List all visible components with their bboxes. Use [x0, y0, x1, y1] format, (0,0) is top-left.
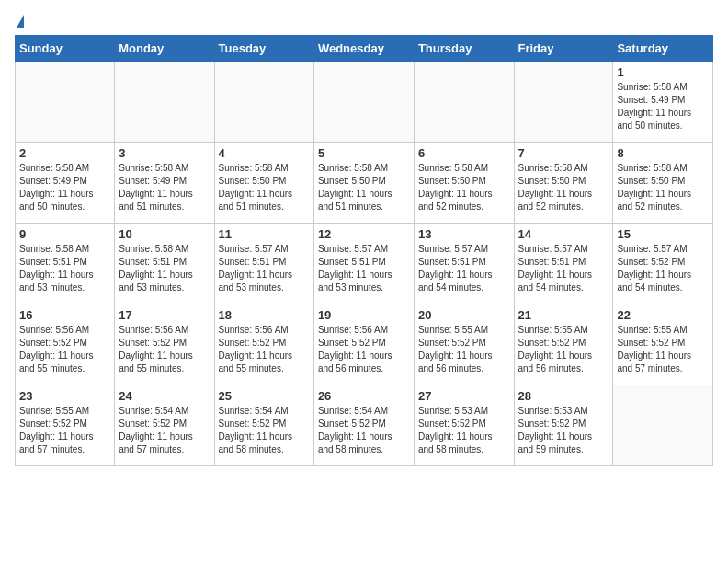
- calendar-cell: 24Sunrise: 5:54 AM Sunset: 5:52 PM Dayli…: [115, 385, 214, 466]
- calendar-cell: 13Sunrise: 5:57 AM Sunset: 5:51 PM Dayli…: [414, 224, 514, 304]
- col-header-wednesday: Wednesday: [313, 36, 414, 62]
- day-number: 4: [219, 146, 310, 160]
- day-info: Sunrise: 5:55 AM Sunset: 5:52 PM Dayligh…: [518, 324, 609, 375]
- calendar-cell: 6Sunrise: 5:58 AM Sunset: 5:50 PM Daylig…: [414, 143, 514, 224]
- calendar-cell: 8Sunrise: 5:58 AM Sunset: 5:50 PM Daylig…: [613, 143, 713, 224]
- week-row-3: 16Sunrise: 5:56 AM Sunset: 5:52 PM Dayli…: [16, 304, 713, 385]
- day-info: Sunrise: 5:58 AM Sunset: 5:51 PM Dayligh…: [119, 243, 210, 294]
- calendar-cell: [613, 385, 713, 466]
- day-number: 15: [617, 227, 709, 241]
- day-number: 25: [219, 389, 310, 403]
- day-number: 14: [518, 227, 609, 241]
- week-row-2: 9Sunrise: 5:58 AM Sunset: 5:51 PM Daylig…: [16, 224, 713, 304]
- day-number: 1: [617, 65, 709, 79]
- day-info: Sunrise: 5:57 AM Sunset: 5:51 PM Dayligh…: [318, 243, 410, 294]
- week-row-1: 2Sunrise: 5:58 AM Sunset: 5:49 PM Daylig…: [16, 143, 713, 224]
- calendar-cell: 26Sunrise: 5:54 AM Sunset: 5:52 PM Dayli…: [313, 385, 414, 466]
- calendar-cell: 2Sunrise: 5:58 AM Sunset: 5:49 PM Daylig…: [16, 143, 115, 224]
- day-number: 7: [518, 146, 609, 160]
- day-info: Sunrise: 5:58 AM Sunset: 5:50 PM Dayligh…: [617, 162, 709, 213]
- day-number: 8: [617, 146, 709, 160]
- calendar-header-row: SundayMondayTuesdayWednesdayThursdayFrid…: [16, 36, 713, 62]
- calendar-cell: [16, 62, 115, 143]
- calendar-cell: 7Sunrise: 5:58 AM Sunset: 5:50 PM Daylig…: [514, 143, 613, 224]
- header: [15, 15, 713, 28]
- day-number: 10: [119, 227, 210, 241]
- day-info: Sunrise: 5:54 AM Sunset: 5:52 PM Dayligh…: [318, 405, 410, 456]
- calendar-cell: 21Sunrise: 5:55 AM Sunset: 5:52 PM Dayli…: [514, 304, 613, 385]
- day-number: 21: [518, 308, 609, 322]
- calendar-cell: 27Sunrise: 5:53 AM Sunset: 5:52 PM Dayli…: [414, 385, 514, 466]
- calendar-cell: 5Sunrise: 5:58 AM Sunset: 5:50 PM Daylig…: [313, 143, 414, 224]
- calendar-cell: [214, 62, 313, 143]
- day-number: 16: [19, 308, 110, 322]
- logo-triangle-icon: [17, 15, 24, 28]
- calendar-cell: 16Sunrise: 5:56 AM Sunset: 5:52 PM Dayli…: [16, 304, 115, 385]
- day-number: 28: [518, 389, 609, 403]
- col-header-sunday: Sunday: [16, 36, 115, 62]
- day-info: Sunrise: 5:55 AM Sunset: 5:52 PM Dayligh…: [617, 324, 709, 375]
- day-number: 2: [19, 146, 110, 160]
- day-info: Sunrise: 5:56 AM Sunset: 5:52 PM Dayligh…: [119, 324, 210, 375]
- calendar-cell: [414, 62, 514, 143]
- calendar: SundayMondayTuesdayWednesdayThursdayFrid…: [15, 35, 713, 466]
- calendar-cell: [115, 62, 214, 143]
- calendar-cell: 23Sunrise: 5:55 AM Sunset: 5:52 PM Dayli…: [16, 385, 115, 466]
- calendar-cell: 20Sunrise: 5:55 AM Sunset: 5:52 PM Dayli…: [414, 304, 514, 385]
- calendar-cell: 17Sunrise: 5:56 AM Sunset: 5:52 PM Dayli…: [115, 304, 214, 385]
- day-number: 9: [19, 227, 110, 241]
- day-info: Sunrise: 5:53 AM Sunset: 5:52 PM Dayligh…: [418, 405, 510, 456]
- day-number: 18: [219, 308, 310, 322]
- day-number: 13: [418, 227, 510, 241]
- day-info: Sunrise: 5:57 AM Sunset: 5:51 PM Dayligh…: [219, 243, 310, 294]
- day-info: Sunrise: 5:58 AM Sunset: 5:50 PM Dayligh…: [418, 162, 510, 213]
- day-info: Sunrise: 5:57 AM Sunset: 5:51 PM Dayligh…: [518, 243, 609, 294]
- day-info: Sunrise: 5:58 AM Sunset: 5:50 PM Dayligh…: [318, 162, 410, 213]
- day-info: Sunrise: 5:57 AM Sunset: 5:52 PM Dayligh…: [617, 243, 709, 294]
- day-info: Sunrise: 5:58 AM Sunset: 5:50 PM Dayligh…: [219, 162, 310, 213]
- calendar-cell: 28Sunrise: 5:53 AM Sunset: 5:52 PM Dayli…: [514, 385, 613, 466]
- day-info: Sunrise: 5:55 AM Sunset: 5:52 PM Dayligh…: [418, 324, 510, 375]
- col-header-saturday: Saturday: [613, 36, 713, 62]
- calendar-cell: 18Sunrise: 5:56 AM Sunset: 5:52 PM Dayli…: [214, 304, 313, 385]
- day-number: 26: [318, 389, 410, 403]
- day-info: Sunrise: 5:58 AM Sunset: 5:51 PM Dayligh…: [19, 243, 110, 294]
- day-info: Sunrise: 5:56 AM Sunset: 5:52 PM Dayligh…: [318, 324, 410, 375]
- calendar-cell: 14Sunrise: 5:57 AM Sunset: 5:51 PM Dayli…: [514, 224, 613, 304]
- day-number: 3: [119, 146, 210, 160]
- calendar-cell: 11Sunrise: 5:57 AM Sunset: 5:51 PM Dayli…: [214, 224, 313, 304]
- day-info: Sunrise: 5:55 AM Sunset: 5:52 PM Dayligh…: [19, 405, 110, 456]
- day-number: 6: [418, 146, 510, 160]
- day-info: Sunrise: 5:53 AM Sunset: 5:52 PM Dayligh…: [518, 405, 609, 456]
- day-number: 11: [219, 227, 310, 241]
- day-info: Sunrise: 5:58 AM Sunset: 5:49 PM Dayligh…: [617, 81, 709, 132]
- calendar-cell: 10Sunrise: 5:58 AM Sunset: 5:51 PM Dayli…: [115, 224, 214, 304]
- calendar-cell: 19Sunrise: 5:56 AM Sunset: 5:52 PM Dayli…: [313, 304, 414, 385]
- calendar-cell: 9Sunrise: 5:58 AM Sunset: 5:51 PM Daylig…: [16, 224, 115, 304]
- week-row-0: 1Sunrise: 5:58 AM Sunset: 5:49 PM Daylig…: [16, 62, 713, 143]
- calendar-cell: 25Sunrise: 5:54 AM Sunset: 5:52 PM Dayli…: [214, 385, 313, 466]
- col-header-friday: Friday: [514, 36, 613, 62]
- logo: [15, 15, 24, 28]
- day-number: 17: [119, 308, 210, 322]
- day-info: Sunrise: 5:56 AM Sunset: 5:52 PM Dayligh…: [219, 324, 310, 375]
- day-info: Sunrise: 5:57 AM Sunset: 5:51 PM Dayligh…: [418, 243, 510, 294]
- day-number: 12: [318, 227, 410, 241]
- day-info: Sunrise: 5:54 AM Sunset: 5:52 PM Dayligh…: [219, 405, 310, 456]
- col-header-thursday: Thursday: [414, 36, 514, 62]
- day-info: Sunrise: 5:56 AM Sunset: 5:52 PM Dayligh…: [19, 324, 110, 375]
- day-number: 20: [418, 308, 510, 322]
- calendar-cell: 4Sunrise: 5:58 AM Sunset: 5:50 PM Daylig…: [214, 143, 313, 224]
- calendar-cell: 1Sunrise: 5:58 AM Sunset: 5:49 PM Daylig…: [613, 62, 713, 143]
- week-row-4: 23Sunrise: 5:55 AM Sunset: 5:52 PM Dayli…: [16, 385, 713, 466]
- col-header-monday: Monday: [115, 36, 214, 62]
- day-info: Sunrise: 5:58 AM Sunset: 5:49 PM Dayligh…: [19, 162, 110, 213]
- calendar-cell: 15Sunrise: 5:57 AM Sunset: 5:52 PM Dayli…: [613, 224, 713, 304]
- day-info: Sunrise: 5:58 AM Sunset: 5:50 PM Dayligh…: [518, 162, 609, 213]
- calendar-cell: 12Sunrise: 5:57 AM Sunset: 5:51 PM Dayli…: [313, 224, 414, 304]
- day-number: 5: [318, 146, 410, 160]
- day-number: 24: [119, 389, 210, 403]
- day-number: 23: [19, 389, 110, 403]
- calendar-cell: 22Sunrise: 5:55 AM Sunset: 5:52 PM Dayli…: [613, 304, 713, 385]
- calendar-cell: [313, 62, 414, 143]
